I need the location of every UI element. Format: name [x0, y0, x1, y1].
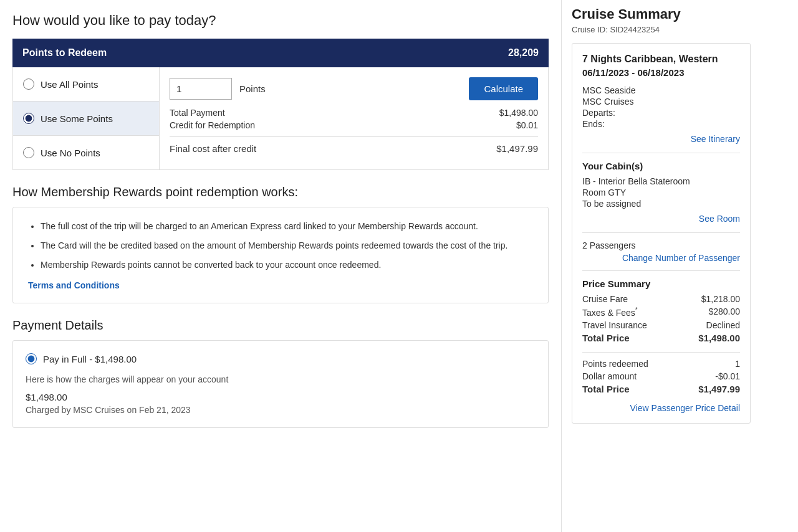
use-none-radio[interactable] — [23, 147, 34, 158]
cruise-summary-title: Cruise Summary — [572, 6, 751, 22]
points-available: 28,209 — [508, 47, 539, 59]
points-input[interactable] — [170, 78, 232, 100]
charge-desc: Charged by MSC Cruises on Feb 21, 2023 — [26, 405, 536, 415]
cruise-id: Cruise ID: SID24423254 — [572, 25, 751, 34]
final-total-label: Total Price — [582, 384, 630, 394]
change-passengers-link[interactable]: Change Number of Passenger — [582, 253, 740, 263]
total-price-row: Total Price $1,498.00 — [582, 333, 740, 343]
use-some-points-option[interactable]: Use Some Points — [13, 102, 159, 136]
use-all-label: Use All Points — [41, 79, 99, 90]
divider-2 — [582, 232, 740, 233]
total-payment-label: Total Payment — [170, 108, 225, 118]
cabin-assignment: To be assigned — [582, 199, 740, 209]
payment-summary: Total Payment $1,498.00 Credit for Redem… — [170, 108, 538, 156]
cabin-room: Room GTY — [582, 188, 740, 197]
membership-section-title: How Membership Rewards point redemption … — [12, 185, 549, 199]
main-content: How would you like to pay today? Points … — [0, 0, 561, 532]
payment-details-title: Payment Details — [12, 318, 549, 333]
use-all-points-option[interactable]: Use All Points — [13, 67, 159, 102]
total-payment-row: Total Payment $1,498.00 — [170, 108, 538, 118]
divider-1 — [582, 153, 740, 153]
cruise-fare-label: Cruise Fare — [582, 294, 628, 304]
page-title: How would you like to pay today? — [12, 12, 549, 29]
cruise-fare-value: $1,218.00 — [701, 294, 740, 304]
cruise-ship: MSC Seaside — [582, 85, 740, 95]
final-cost-row: Final cost after credit $1,497.99 — [170, 136, 538, 154]
cruise-line: MSC Cruises — [582, 97, 740, 107]
points-redeemed-label: Points redeemed — [582, 359, 648, 369]
terms-link[interactable]: Terms and Conditions — [28, 280, 120, 290]
sidebar: Cruise Summary Cruise ID: SID24423254 7 … — [561, 0, 761, 532]
points-header: Points to Redeem 28,209 — [12, 39, 549, 67]
membership-bullet-1: The full cost of the trip will be charge… — [41, 220, 533, 233]
insurance-label: Travel Insurance — [582, 320, 647, 330]
use-none-label: Use No Points — [41, 148, 100, 158]
points-summary-section: Points redeemed 1 Dollar amount -$0.01 T… — [582, 352, 740, 394]
points-input-row: Points Calculate — [170, 77, 538, 100]
membership-info-box: The full cost of the trip will be charge… — [12, 207, 549, 303]
view-detail-link[interactable]: View Passenger Price Detail — [582, 403, 740, 413]
charge-amount: $1,498.00 — [26, 392, 536, 402]
passenger-count: 2 Passengers — [582, 240, 740, 250]
use-no-points-option[interactable]: Use No Points — [13, 136, 159, 169]
points-to-redeem-section: Points to Redeem 28,209 Use All Points U… — [12, 39, 549, 170]
ends-label: Ends: — [582, 119, 740, 129]
charges-note: Here is how the charges will appear on y… — [26, 374, 536, 384]
membership-bullet-2: The Card will the be credited based on t… — [41, 239, 533, 252]
taxes-label: Taxes & Fees* — [582, 306, 638, 318]
total-price-label: Total Price — [582, 333, 630, 343]
pay-full-radio[interactable] — [26, 353, 37, 364]
departs-label: Departs: — [582, 108, 740, 118]
pay-full-row: Pay in Full - $1,498.00 — [26, 353, 536, 364]
radio-panel: Use All Points Use Some Points Use No Po… — [12, 67, 549, 170]
total-payment-value: $1,498.00 — [499, 108, 538, 118]
divider-3 — [582, 270, 740, 271]
points-input-area: Points Calculate Total Payment $1,498.00… — [160, 67, 548, 169]
see-itinerary-link[interactable]: See Itinerary — [582, 134, 740, 144]
radio-options: Use All Points Use Some Points Use No Po… — [13, 67, 160, 169]
taxes-asterisk: * — [635, 306, 638, 313]
use-some-radio[interactable] — [23, 113, 34, 124]
use-some-label: Use Some Points — [41, 113, 113, 124]
cabin-section-heading: Your Cabin(s) — [582, 161, 740, 171]
pay-full-label: Pay in Full - $1,498.00 — [43, 354, 137, 364]
membership-bullets: The full cost of the trip will be charge… — [41, 220, 533, 272]
total-price-value: $1,498.00 — [698, 333, 740, 343]
price-summary-heading: Price Summary — [582, 278, 740, 289]
points-redeemed-value: 1 — [735, 359, 740, 369]
calculate-button[interactable]: Calculate — [469, 77, 538, 100]
payment-details-box: Pay in Full - $1,498.00 Here is how the … — [12, 340, 549, 428]
cruise-dates: 06/11/2023 - 06/18/2023 — [582, 67, 740, 78]
final-total-value: $1,497.99 — [698, 384, 740, 394]
credit-value: $0.01 — [516, 120, 538, 130]
dollar-amount-value: -$0.01 — [715, 371, 740, 381]
final-total-row: Total Price $1,497.99 — [582, 384, 740, 394]
points-redeemed-row: Points redeemed 1 — [582, 359, 740, 369]
credit-row: Credit for Redemption $0.01 — [170, 120, 538, 130]
cruise-name: 7 Nights Caribbean, Western — [582, 54, 740, 65]
insurance-value: Declined — [706, 320, 740, 330]
taxes-value: $280.00 — [708, 306, 740, 318]
summary-box: 7 Nights Caribbean, Western 06/11/2023 -… — [572, 43, 751, 424]
cabin-type: IB - Interior Bella Stateroom — [582, 176, 740, 186]
points-header-label: Points to Redeem — [22, 47, 107, 59]
membership-bullet-3: Membership Rewards points cannot be conv… — [41, 259, 533, 272]
use-all-radio[interactable] — [23, 78, 34, 90]
credit-label: Credit for Redemption — [170, 120, 255, 130]
cruise-fare-row: Cruise Fare $1,218.00 — [582, 294, 740, 304]
final-cost-value: $1,497.99 — [496, 143, 538, 154]
dollar-amount-label: Dollar amount — [582, 371, 637, 381]
dollar-amount-row: Dollar amount -$0.01 — [582, 371, 740, 381]
final-cost-label: Final cost after credit — [170, 143, 256, 154]
points-unit-label: Points — [239, 83, 266, 94]
insurance-row: Travel Insurance Declined — [582, 320, 740, 330]
see-room-link[interactable]: See Room — [582, 214, 740, 224]
taxes-row: Taxes & Fees* $280.00 — [582, 306, 740, 318]
